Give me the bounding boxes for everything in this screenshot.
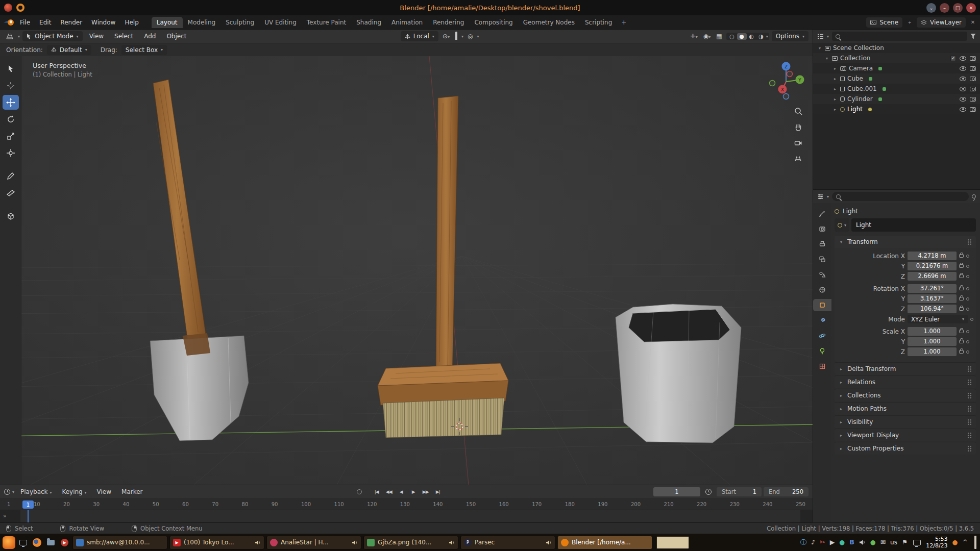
pin-icon[interactable] — [972, 194, 976, 198]
select-box-tool[interactable] — [3, 61, 19, 76]
taskbar-color-window[interactable] — [656, 536, 689, 549]
tab-render-properties[interactable] — [815, 222, 830, 235]
flag-tray-icon[interactable]: ⚑ — [902, 539, 908, 546]
tab-animation[interactable]: Animation — [386, 17, 428, 28]
disable-in-render-toggle[interactable] — [970, 87, 976, 91]
gizmo-neg-z-ball[interactable] — [783, 94, 789, 99]
bucket-object[interactable] — [616, 304, 741, 443]
outliner-row-scene-collection[interactable]: ▾ Scene Collection — [813, 43, 980, 53]
tab-geometry-nodes[interactable]: Geometry Nodes — [518, 17, 580, 28]
show-hidden-icons-button[interactable]: ^ — [963, 539, 968, 546]
scale-x-field[interactable]: 1.000 — [908, 327, 957, 336]
window-minimize-button[interactable]: – — [940, 3, 949, 13]
lock-icon[interactable] — [959, 287, 964, 290]
viewport-3d[interactable]: User Perspective (1) Collection | Light … — [0, 56, 813, 485]
playhead-line[interactable] — [28, 510, 29, 522]
move-tool[interactable] — [3, 95, 19, 110]
cut-tray-icon[interactable]: ✂ — [820, 539, 825, 546]
outliner-editor-caret-icon[interactable]: ▾ — [827, 34, 829, 39]
tab-rendering[interactable]: Rendering — [428, 17, 469, 28]
timeline-editor-caret-icon[interactable]: ▾ — [12, 490, 14, 494]
transform-orientation-dropdown[interactable]: Local▾ — [401, 31, 438, 41]
location-z-field[interactable]: 2.6696 m — [908, 272, 957, 281]
media-player-icon[interactable]: ▶ — [59, 537, 70, 548]
timeline-menu-playback[interactable]: Playback ▾ — [16, 487, 56, 497]
shading-options-caret-icon[interactable]: ▾ — [766, 34, 768, 39]
frame-start-field[interactable]: Start1 — [717, 487, 762, 496]
lock-icon[interactable] — [959, 254, 964, 258]
lock-icon[interactable] — [959, 330, 964, 333]
pan-button[interactable] — [792, 121, 804, 133]
status-tray-icon[interactable]: ● — [870, 539, 876, 546]
rotation-x-field[interactable]: 37.261° — [908, 284, 957, 293]
add-workspace-button[interactable]: + — [617, 17, 630, 28]
hide-in-viewport-toggle[interactable] — [960, 66, 966, 71]
lock-icon[interactable] — [959, 274, 964, 278]
snap-settings-caret-icon[interactable]: ▾ — [461, 34, 463, 39]
disable-in-render-toggle[interactable] — [970, 77, 976, 81]
proportional-editing-toggle[interactable]: ◎ — [466, 33, 474, 40]
taskbar-app-parsec[interactable]: P Parsec — [460, 536, 555, 549]
playhead[interactable]: 1 — [22, 500, 34, 509]
shading-wireframe-button[interactable]: ○ — [727, 33, 737, 40]
scale-y-field[interactable]: 1.000 — [908, 337, 957, 346]
outliner-search-input[interactable] — [832, 32, 967, 41]
panel-drag-handle[interactable] — [967, 379, 972, 386]
tab-object-data-properties[interactable] — [815, 345, 830, 357]
lock-icon[interactable] — [959, 307, 964, 311]
show-desktop-icon[interactable] — [17, 537, 29, 548]
orientation-dropdown[interactable]: Default▾ — [47, 45, 91, 55]
outliner-editor-icon[interactable] — [817, 34, 824, 39]
lock-icon[interactable] — [959, 340, 964, 343]
timeline-ruler[interactable]: 1102030405060708090100110120130140150160… — [0, 498, 813, 510]
disable-in-render-toggle[interactable] — [970, 56, 976, 61]
panel-drag-handle[interactable] — [967, 419, 972, 425]
tab-layout[interactable]: Layout — [152, 17, 183, 28]
properties-editor-icon[interactable] — [817, 194, 824, 199]
menu-render[interactable]: Render — [56, 17, 87, 28]
taskbar-app-tokyo[interactable]: ▶ (100) Tokyo Lo... — [169, 536, 264, 549]
rotation-y-field[interactable]: 3.1637° — [908, 294, 957, 303]
tab-sculpting[interactable]: Sculpting — [220, 17, 259, 28]
tab-view-layer-properties[interactable] — [815, 253, 830, 265]
next-keyframe-button[interactable]: ▶▶ — [420, 488, 431, 495]
location-y-field[interactable]: 0.21676 m — [908, 262, 957, 270]
section-collections[interactable]: ▸Collections — [835, 389, 976, 402]
tab-object-properties[interactable] — [813, 299, 831, 311]
outliner-row-cube-001[interactable]: ▸ Cube.001 — [813, 84, 980, 94]
tab-compositing[interactable]: Compositing — [469, 17, 518, 28]
remove-view-layer-button[interactable]: ✕ — [969, 18, 977, 27]
animate-dot-icon[interactable] — [966, 330, 969, 333]
section-viewport-display[interactable]: ▸Viewport Display — [835, 429, 976, 441]
disclosure-icon[interactable]: ▾ — [824, 56, 829, 61]
disclosure-icon[interactable]: ▸ — [832, 87, 838, 91]
tab-texture-paint[interactable]: Texture Paint — [302, 17, 351, 28]
panel-drag-handle[interactable] — [967, 392, 972, 399]
tab-tool-properties[interactable] — [815, 207, 830, 219]
new-scene-button[interactable]: ＋ — [905, 18, 914, 27]
timeline-menu-view[interactable]: View — [93, 487, 115, 497]
transform-panel-header[interactable]: ▾ Transform — [835, 236, 976, 248]
transform-tool[interactable] — [3, 145, 19, 160]
hide-in-viewport-toggle[interactable] — [960, 107, 966, 112]
properties-search-input[interactable] — [832, 192, 969, 201]
section-custom-properties[interactable]: ▸Custom Properties — [835, 442, 976, 455]
options-dropdown[interactable]: Options▾ — [772, 31, 808, 41]
shading-rendered-button[interactable]: ◑ — [756, 33, 766, 40]
info-tray-icon[interactable]: ⓘ — [800, 539, 807, 546]
current-frame-field[interactable]: 1 — [653, 487, 700, 496]
window-pin-button[interactable]: ⌄ — [926, 3, 936, 13]
rotation-z-field[interactable]: 106.94° — [908, 305, 957, 313]
bluetooth-tray-icon[interactable]: B — [849, 539, 854, 546]
drag-dropdown[interactable]: Select Box▾ — [121, 45, 167, 55]
view-layer-selector[interactable]: ViewLayer — [917, 17, 966, 28]
lock-icon[interactable] — [959, 297, 964, 300]
tab-scripting[interactable]: Scripting — [580, 17, 617, 28]
tab-physics-properties[interactable] — [815, 330, 830, 342]
jump-to-start-button[interactable]: |◀ — [371, 488, 382, 495]
shading-material-button[interactable]: ◐ — [747, 33, 756, 40]
gizmo-neg-x-ball[interactable] — [787, 71, 793, 77]
location-x-field[interactable]: 4.2718 m — [908, 252, 957, 260]
volume-tray-icon[interactable] — [859, 539, 866, 545]
timeline-menu-keying[interactable]: Keying ▾ — [58, 487, 90, 497]
